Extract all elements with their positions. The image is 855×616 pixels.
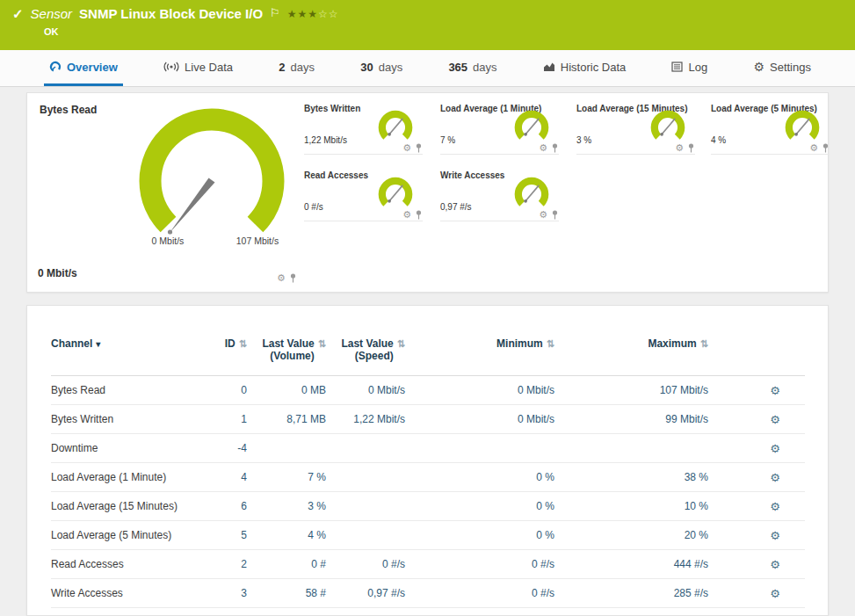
- channel-id: 6: [214, 500, 247, 512]
- pin-icon[interactable]: [687, 143, 695, 153]
- stars-empty[interactable]: ☆☆: [318, 8, 339, 20]
- maximum-value: 107 Mbit/s: [554, 384, 708, 396]
- gear-icon[interactable]: ⚙: [277, 273, 286, 283]
- tab-label: days: [379, 61, 402, 74]
- channel-name[interactable]: Load Average (15 Minutes): [51, 500, 214, 512]
- column-header-maximum[interactable]: Maximum ⇅: [554, 334, 708, 375]
- overview-gauge-icon: [49, 61, 62, 73]
- channel-id: 2: [214, 558, 247, 570]
- gear-icon[interactable]: ⚙: [809, 143, 818, 153]
- channel-settings-icon[interactable]: ⚙: [770, 530, 780, 541]
- gauge-bytes-written[interactable]: Bytes Written 1,22 Mbit/s ⚙: [304, 102, 423, 155]
- channel-name[interactable]: Bytes Read: [51, 384, 214, 396]
- column-label: Channel: [51, 337, 92, 350]
- tab-30-days[interactable]: 30 days: [355, 50, 408, 86]
- channel-id: 3: [214, 587, 247, 599]
- channel-settings-icon[interactable]: ⚙: [770, 588, 780, 599]
- table-row: Load Average (5 Minutes) 5 4 % 0 % 20 % …: [51, 521, 805, 550]
- gauge-write-accesses[interactable]: Write Accesses 0,97 #/s ⚙: [440, 169, 559, 221]
- gauge-load-average-15-minutes[interactable]: Load Average (15 Minutes) 3 % ⚙: [576, 102, 695, 155]
- channel-name[interactable]: Write Accesses: [51, 587, 214, 599]
- chevron-down-icon: ▾: [96, 337, 100, 351]
- tab-log[interactable]: Log: [666, 50, 713, 86]
- column-header-channel[interactable]: Channel ▾: [51, 334, 214, 375]
- tab-label: Overview: [67, 61, 118, 74]
- priority-stars[interactable]: ★★★☆☆: [287, 8, 339, 20]
- tab-live-data[interactable]: Live Data: [158, 50, 238, 86]
- channel-settings-icon[interactable]: ⚙: [770, 443, 780, 454]
- primary-gauge[interactable]: 0 Mbit/s 107 Mbit/s: [120, 102, 308, 257]
- channel-name[interactable]: Downtime: [51, 442, 214, 454]
- gauge-title: Write Accesses: [440, 170, 504, 180]
- gauge-load-average-1-minute[interactable]: Load Average (1 Minute) 7 % ⚙: [440, 102, 559, 155]
- column-label: Last Value (Volume): [258, 337, 315, 362]
- channel-id: -4: [214, 442, 247, 454]
- gauge-read-accesses[interactable]: Read Accesses 0 #/s ⚙: [304, 169, 423, 221]
- column-label: ID: [225, 337, 235, 350]
- minimum-value: 0 Mbit/s: [405, 384, 554, 396]
- last-value-volume: 3 %: [247, 500, 326, 512]
- status-check-icon: ✓: [12, 6, 24, 22]
- last-value-speed: 0 #/s: [326, 558, 405, 570]
- column-label: Minimum: [496, 337, 543, 350]
- table-row: Load Average (15 Minutes) 6 3 % 0 % 10 %…: [51, 492, 805, 521]
- pin-icon[interactable]: [415, 210, 423, 220]
- column-header-minimum[interactable]: Minimum ⇅: [405, 334, 554, 375]
- primary-gauge-value: 0 Mbit/s: [38, 267, 77, 279]
- gauge-load-average-5-minutes[interactable]: Load Average (5 Minutes) 4 % ⚙: [711, 102, 830, 155]
- pin-icon[interactable]: [551, 210, 559, 220]
- pin-icon[interactable]: [289, 273, 297, 283]
- last-value-volume: 58 #: [247, 587, 326, 599]
- channel-name[interactable]: Load Average (1 Minute): [51, 471, 214, 483]
- channel-id: 4: [214, 471, 247, 483]
- channel-id: 5: [214, 529, 247, 541]
- tab-overview[interactable]: Overview: [44, 50, 123, 86]
- stars-filled[interactable]: ★★★: [287, 8, 318, 20]
- sort-icon: ⇅: [397, 337, 405, 350]
- maximum-value: 20 %: [554, 529, 708, 541]
- channel-name[interactable]: Bytes Written: [51, 413, 214, 425]
- column-label: Last Value (Speed): [337, 337, 394, 362]
- tab-settings[interactable]: ⚙ Settings: [748, 50, 816, 86]
- minimum-value: 0 %: [405, 471, 554, 483]
- channel-name[interactable]: Load Average (5 Minutes): [51, 529, 214, 541]
- gear-icon[interactable]: ⚙: [402, 210, 411, 220]
- column-header-last-value-speed[interactable]: Last Value (Speed) ⇅: [326, 334, 405, 375]
- minimum-value: 0 %: [405, 500, 554, 512]
- sort-icon: ⇅: [318, 337, 326, 350]
- channel-settings-icon[interactable]: ⚙: [770, 559, 780, 570]
- column-header-last-value-volume[interactable]: Last Value (Volume) ⇅: [247, 334, 326, 375]
- channel-settings-icon[interactable]: ⚙: [770, 414, 780, 425]
- tab-historic-data[interactable]: Historic Data: [538, 50, 631, 86]
- tab-label: Live Data: [185, 61, 233, 74]
- channel-settings-icon[interactable]: ⚙: [770, 472, 780, 483]
- channel-settings-icon[interactable]: ⚙: [770, 501, 780, 512]
- pin-icon[interactable]: [551, 143, 559, 153]
- last-value-speed: 0 Mbit/s: [326, 384, 405, 396]
- tab-2-days[interactable]: 2 days: [273, 50, 320, 86]
- sensor-status-banner: ✓ Sensor SNMP Linux Block Device I/O ⚐ ★…: [0, 0, 855, 50]
- tab-365-days[interactable]: 365 days: [443, 50, 502, 86]
- table-row: Downtime -4 ⚙: [51, 434, 805, 463]
- gear-icon[interactable]: ⚙: [539, 210, 547, 220]
- tab-bar: Overview Live Data 2 days 30 days 365 da…: [0, 50, 855, 87]
- pin-icon[interactable]: [415, 143, 423, 153]
- live-data-icon: [163, 62, 179, 72]
- tab-label: Settings: [770, 61, 811, 74]
- gear-icon[interactable]: ⚙: [675, 143, 684, 153]
- gear-icon[interactable]: ⚙: [539, 143, 547, 153]
- flag-icon[interactable]: ⚐: [270, 6, 280, 19]
- maximum-value: 285 #/s: [554, 587, 708, 599]
- channel-name[interactable]: Read Accesses: [51, 558, 214, 570]
- primary-gauge-title: Bytes Read: [40, 104, 97, 116]
- gear-icon[interactable]: ⚙: [402, 143, 411, 153]
- gauge-title: Read Accesses: [304, 170, 368, 180]
- tab-number: 365: [448, 61, 467, 74]
- minimum-value: 0 %: [405, 529, 554, 541]
- pin-icon[interactable]: [822, 143, 830, 153]
- gauge-actions: ⚙: [402, 210, 423, 220]
- column-header-id[interactable]: ID ⇅: [214, 334, 247, 375]
- channel-settings-icon[interactable]: ⚙: [770, 385, 780, 396]
- table-row: Bytes Read 0 0 MB 0 Mbit/s 0 Mbit/s 107 …: [51, 376, 805, 405]
- tab-number: 2: [279, 61, 285, 74]
